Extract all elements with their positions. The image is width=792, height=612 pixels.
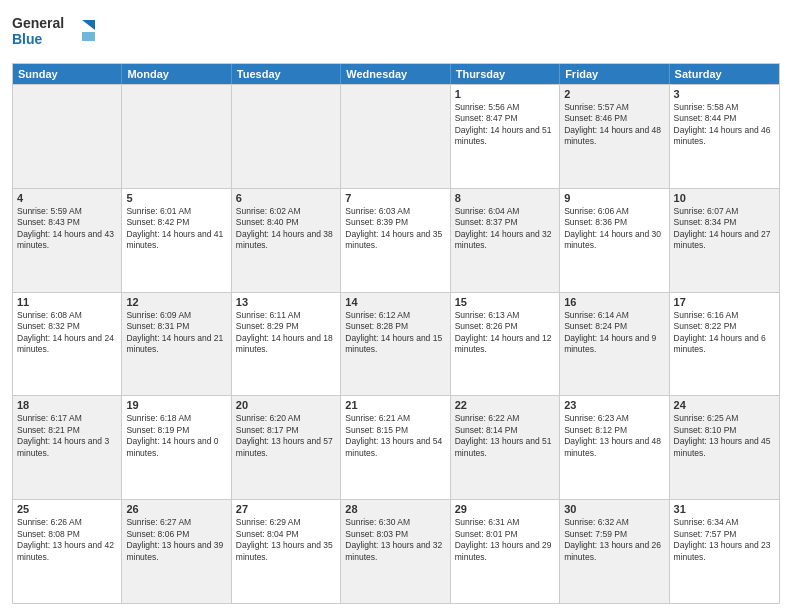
empty-cell	[122, 85, 231, 188]
day-number: 1	[455, 88, 555, 100]
day-header-thursday: Thursday	[451, 64, 560, 84]
day-cell-9: 9Sunrise: 6:06 AM Sunset: 8:36 PM Daylig…	[560, 189, 669, 292]
day-info: Sunrise: 6:12 AM Sunset: 8:28 PM Dayligh…	[345, 310, 445, 356]
day-number: 23	[564, 399, 664, 411]
day-number: 18	[17, 399, 117, 411]
day-cell-1: 1Sunrise: 5:56 AM Sunset: 8:47 PM Daylig…	[451, 85, 560, 188]
day-cell-25: 25Sunrise: 6:26 AM Sunset: 8:08 PM Dayli…	[13, 500, 122, 603]
day-cell-13: 13Sunrise: 6:11 AM Sunset: 8:29 PM Dayli…	[232, 293, 341, 396]
day-info: Sunrise: 6:17 AM Sunset: 8:21 PM Dayligh…	[17, 413, 117, 459]
day-number: 9	[564, 192, 664, 204]
day-info: Sunrise: 6:29 AM Sunset: 8:04 PM Dayligh…	[236, 517, 336, 563]
week-row-1: 1Sunrise: 5:56 AM Sunset: 8:47 PM Daylig…	[13, 84, 779, 188]
day-info: Sunrise: 6:03 AM Sunset: 8:39 PM Dayligh…	[345, 206, 445, 252]
day-cell-27: 27Sunrise: 6:29 AM Sunset: 8:04 PM Dayli…	[232, 500, 341, 603]
day-cell-20: 20Sunrise: 6:20 AM Sunset: 8:17 PM Dayli…	[232, 396, 341, 499]
day-number: 11	[17, 296, 117, 308]
day-info: Sunrise: 6:20 AM Sunset: 8:17 PM Dayligh…	[236, 413, 336, 459]
empty-cell	[232, 85, 341, 188]
day-number: 13	[236, 296, 336, 308]
svg-text:General: General	[12, 15, 64, 31]
day-info: Sunrise: 6:26 AM Sunset: 8:08 PM Dayligh…	[17, 517, 117, 563]
day-info: Sunrise: 6:06 AM Sunset: 8:36 PM Dayligh…	[564, 206, 664, 252]
day-info: Sunrise: 6:04 AM Sunset: 8:37 PM Dayligh…	[455, 206, 555, 252]
day-number: 29	[455, 503, 555, 515]
empty-cell	[341, 85, 450, 188]
day-info: Sunrise: 6:32 AM Sunset: 7:59 PM Dayligh…	[564, 517, 664, 563]
day-info: Sunrise: 6:21 AM Sunset: 8:15 PM Dayligh…	[345, 413, 445, 459]
day-number: 21	[345, 399, 445, 411]
day-header-saturday: Saturday	[670, 64, 779, 84]
day-info: Sunrise: 6:01 AM Sunset: 8:42 PM Dayligh…	[126, 206, 226, 252]
logo-area: General Blue	[12, 10, 102, 59]
day-cell-12: 12Sunrise: 6:09 AM Sunset: 8:31 PM Dayli…	[122, 293, 231, 396]
day-header-wednesday: Wednesday	[341, 64, 450, 84]
day-info: Sunrise: 6:11 AM Sunset: 8:29 PM Dayligh…	[236, 310, 336, 356]
day-cell-24: 24Sunrise: 6:25 AM Sunset: 8:10 PM Dayli…	[670, 396, 779, 499]
day-number: 7	[345, 192, 445, 204]
day-cell-14: 14Sunrise: 6:12 AM Sunset: 8:28 PM Dayli…	[341, 293, 450, 396]
day-cell-19: 19Sunrise: 6:18 AM Sunset: 8:19 PM Dayli…	[122, 396, 231, 499]
calendar-header-row: SundayMondayTuesdayWednesdayThursdayFrid…	[13, 64, 779, 84]
day-number: 8	[455, 192, 555, 204]
day-number: 28	[345, 503, 445, 515]
day-number: 25	[17, 503, 117, 515]
day-cell-11: 11Sunrise: 6:08 AM Sunset: 8:32 PM Dayli…	[13, 293, 122, 396]
week-row-5: 25Sunrise: 6:26 AM Sunset: 8:08 PM Dayli…	[13, 499, 779, 603]
day-info: Sunrise: 6:16 AM Sunset: 8:22 PM Dayligh…	[674, 310, 775, 356]
day-cell-10: 10Sunrise: 6:07 AM Sunset: 8:34 PM Dayli…	[670, 189, 779, 292]
day-number: 16	[564, 296, 664, 308]
logo: General Blue	[12, 10, 102, 59]
day-cell-8: 8Sunrise: 6:04 AM Sunset: 8:37 PM Daylig…	[451, 189, 560, 292]
day-cell-31: 31Sunrise: 6:34 AM Sunset: 7:57 PM Dayli…	[670, 500, 779, 603]
day-cell-15: 15Sunrise: 6:13 AM Sunset: 8:26 PM Dayli…	[451, 293, 560, 396]
day-number: 31	[674, 503, 775, 515]
day-number: 19	[126, 399, 226, 411]
week-row-3: 11Sunrise: 6:08 AM Sunset: 8:32 PM Dayli…	[13, 292, 779, 396]
calendar-body: 1Sunrise: 5:56 AM Sunset: 8:47 PM Daylig…	[13, 84, 779, 603]
day-info: Sunrise: 6:09 AM Sunset: 8:31 PM Dayligh…	[126, 310, 226, 356]
day-cell-3: 3Sunrise: 5:58 AM Sunset: 8:44 PM Daylig…	[670, 85, 779, 188]
day-cell-26: 26Sunrise: 6:27 AM Sunset: 8:06 PM Dayli…	[122, 500, 231, 603]
day-number: 30	[564, 503, 664, 515]
day-info: Sunrise: 5:56 AM Sunset: 8:47 PM Dayligh…	[455, 102, 555, 148]
day-number: 3	[674, 88, 775, 100]
svg-marker-3	[82, 20, 95, 30]
day-cell-23: 23Sunrise: 6:23 AM Sunset: 8:12 PM Dayli…	[560, 396, 669, 499]
day-cell-4: 4Sunrise: 5:59 AM Sunset: 8:43 PM Daylig…	[13, 189, 122, 292]
day-info: Sunrise: 5:57 AM Sunset: 8:46 PM Dayligh…	[564, 102, 664, 148]
day-cell-29: 29Sunrise: 6:31 AM Sunset: 8:01 PM Dayli…	[451, 500, 560, 603]
day-info: Sunrise: 6:30 AM Sunset: 8:03 PM Dayligh…	[345, 517, 445, 563]
day-info: Sunrise: 6:23 AM Sunset: 8:12 PM Dayligh…	[564, 413, 664, 459]
day-info: Sunrise: 6:18 AM Sunset: 8:19 PM Dayligh…	[126, 413, 226, 459]
day-info: Sunrise: 5:59 AM Sunset: 8:43 PM Dayligh…	[17, 206, 117, 252]
day-number: 22	[455, 399, 555, 411]
day-cell-6: 6Sunrise: 6:02 AM Sunset: 8:40 PM Daylig…	[232, 189, 341, 292]
day-info: Sunrise: 5:58 AM Sunset: 8:44 PM Dayligh…	[674, 102, 775, 148]
day-number: 27	[236, 503, 336, 515]
day-number: 6	[236, 192, 336, 204]
svg-marker-4	[82, 32, 95, 41]
calendar: SundayMondayTuesdayWednesdayThursdayFrid…	[12, 63, 780, 604]
day-number: 4	[17, 192, 117, 204]
day-number: 5	[126, 192, 226, 204]
day-number: 15	[455, 296, 555, 308]
day-cell-30: 30Sunrise: 6:32 AM Sunset: 7:59 PM Dayli…	[560, 500, 669, 603]
day-info: Sunrise: 6:08 AM Sunset: 8:32 PM Dayligh…	[17, 310, 117, 356]
week-row-2: 4Sunrise: 5:59 AM Sunset: 8:43 PM Daylig…	[13, 188, 779, 292]
page: General Blue SundayMondayTuesdayWednesda…	[0, 0, 792, 612]
day-header-tuesday: Tuesday	[232, 64, 341, 84]
day-cell-22: 22Sunrise: 6:22 AM Sunset: 8:14 PM Dayli…	[451, 396, 560, 499]
day-header-sunday: Sunday	[13, 64, 122, 84]
day-number: 26	[126, 503, 226, 515]
day-header-monday: Monday	[122, 64, 231, 84]
day-number: 24	[674, 399, 775, 411]
day-cell-2: 2Sunrise: 5:57 AM Sunset: 8:46 PM Daylig…	[560, 85, 669, 188]
day-cell-17: 17Sunrise: 6:16 AM Sunset: 8:22 PM Dayli…	[670, 293, 779, 396]
day-cell-21: 21Sunrise: 6:21 AM Sunset: 8:15 PM Dayli…	[341, 396, 450, 499]
day-info: Sunrise: 6:14 AM Sunset: 8:24 PM Dayligh…	[564, 310, 664, 356]
day-cell-7: 7Sunrise: 6:03 AM Sunset: 8:39 PM Daylig…	[341, 189, 450, 292]
day-number: 10	[674, 192, 775, 204]
day-number: 17	[674, 296, 775, 308]
header: General Blue	[12, 10, 780, 59]
